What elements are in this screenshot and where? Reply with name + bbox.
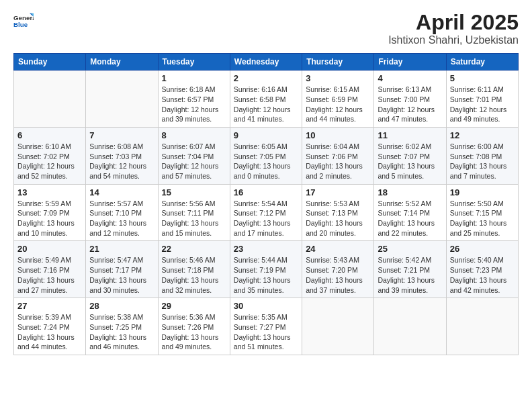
day-cell xyxy=(14,71,86,128)
week-row-4: 20Sunrise: 5:49 AM Sunset: 7:16 PM Dayli… xyxy=(14,241,519,298)
title-block: April 2025 Ishtixon Shahri, Uzbekistan xyxy=(388,11,519,46)
day-info: Sunrise: 6:15 AM Sunset: 6:59 PM Dayligh… xyxy=(306,85,370,124)
day-number: 11 xyxy=(378,130,442,140)
logo: General Blue xyxy=(13,11,35,31)
logo-icon: General Blue xyxy=(13,11,34,31)
week-row-3: 13Sunrise: 5:59 AM Sunset: 7:09 PM Dayli… xyxy=(14,184,519,241)
day-number: 4 xyxy=(378,73,442,83)
th-saturday: Saturday xyxy=(446,54,518,71)
day-cell: 16Sunrise: 5:54 AM Sunset: 7:12 PM Dayli… xyxy=(230,184,302,241)
day-info: Sunrise: 5:50 AM Sunset: 7:15 PM Dayligh… xyxy=(450,199,515,238)
svg-text:Blue: Blue xyxy=(13,21,28,28)
day-cell: 13Sunrise: 5:59 AM Sunset: 7:09 PM Dayli… xyxy=(14,184,86,241)
day-cell: 12Sunrise: 6:00 AM Sunset: 7:08 PM Dayli… xyxy=(446,127,518,184)
day-cell xyxy=(86,71,158,128)
day-cell: 15Sunrise: 5:56 AM Sunset: 7:11 PM Dayli… xyxy=(158,184,230,241)
day-number: 13 xyxy=(17,187,82,197)
title-month: April 2025 xyxy=(388,11,519,34)
day-cell: 26Sunrise: 5:40 AM Sunset: 7:23 PM Dayli… xyxy=(446,241,518,298)
th-thursday: Thursday xyxy=(302,54,374,71)
week-row-5: 27Sunrise: 5:39 AM Sunset: 7:24 PM Dayli… xyxy=(14,298,519,355)
th-tuesday: Tuesday xyxy=(158,54,230,71)
day-info: Sunrise: 6:10 AM Sunset: 7:02 PM Dayligh… xyxy=(17,142,82,181)
day-cell: 22Sunrise: 5:46 AM Sunset: 7:18 PM Dayli… xyxy=(158,241,230,298)
day-number: 8 xyxy=(162,130,226,140)
day-number: 24 xyxy=(306,244,370,254)
day-number: 19 xyxy=(450,187,515,197)
day-info: Sunrise: 5:44 AM Sunset: 7:19 PM Dayligh… xyxy=(234,255,298,295)
day-info: Sunrise: 5:52 AM Sunset: 7:14 PM Dayligh… xyxy=(378,199,442,238)
day-cell xyxy=(302,298,374,355)
day-cell: 18Sunrise: 5:52 AM Sunset: 7:14 PM Dayli… xyxy=(374,184,446,241)
th-monday: Monday xyxy=(86,54,158,71)
page: General Blue April 2025 Ishtixon Shahri,… xyxy=(0,0,532,411)
day-number: 14 xyxy=(89,187,154,197)
day-info: Sunrise: 6:18 AM Sunset: 6:57 PM Dayligh… xyxy=(162,85,226,124)
day-info: Sunrise: 5:35 AM Sunset: 7:27 PM Dayligh… xyxy=(234,312,298,352)
day-info: Sunrise: 5:59 AM Sunset: 7:09 PM Dayligh… xyxy=(17,199,82,238)
week-row-2: 6Sunrise: 6:10 AM Sunset: 7:02 PM Daylig… xyxy=(14,127,519,184)
day-number: 26 xyxy=(450,244,515,254)
day-cell xyxy=(374,298,446,355)
day-info: Sunrise: 5:47 AM Sunset: 7:17 PM Dayligh… xyxy=(89,255,154,295)
day-cell: 24Sunrise: 5:43 AM Sunset: 7:20 PM Dayli… xyxy=(302,241,374,298)
day-cell: 29Sunrise: 5:36 AM Sunset: 7:26 PM Dayli… xyxy=(158,298,230,355)
day-number: 17 xyxy=(306,187,370,197)
day-number: 12 xyxy=(450,130,515,140)
day-info: Sunrise: 5:54 AM Sunset: 7:12 PM Dayligh… xyxy=(234,199,298,238)
day-number: 10 xyxy=(306,130,370,140)
th-wednesday: Wednesday xyxy=(230,54,302,71)
day-cell: 21Sunrise: 5:47 AM Sunset: 7:17 PM Dayli… xyxy=(86,241,158,298)
day-cell: 20Sunrise: 5:49 AM Sunset: 7:16 PM Dayli… xyxy=(14,241,86,298)
day-info: Sunrise: 5:39 AM Sunset: 7:24 PM Dayligh… xyxy=(17,312,82,352)
day-cell: 5Sunrise: 6:11 AM Sunset: 7:01 PM Daylig… xyxy=(446,71,518,128)
day-number: 21 xyxy=(89,244,154,254)
day-info: Sunrise: 5:36 AM Sunset: 7:26 PM Dayligh… xyxy=(162,312,226,352)
day-info: Sunrise: 5:40 AM Sunset: 7:23 PM Dayligh… xyxy=(450,255,515,295)
title-location: Ishtixon Shahri, Uzbekistan xyxy=(388,34,519,46)
week-row-1: 1Sunrise: 6:18 AM Sunset: 6:57 PM Daylig… xyxy=(14,71,519,128)
day-cell: 30Sunrise: 5:35 AM Sunset: 7:27 PM Dayli… xyxy=(230,298,302,355)
day-cell: 9Sunrise: 6:05 AM Sunset: 7:05 PM Daylig… xyxy=(230,127,302,184)
day-number: 30 xyxy=(234,301,298,311)
day-info: Sunrise: 6:04 AM Sunset: 7:06 PM Dayligh… xyxy=(306,142,370,181)
day-cell: 6Sunrise: 6:10 AM Sunset: 7:02 PM Daylig… xyxy=(14,127,86,184)
day-cell: 4Sunrise: 6:13 AM Sunset: 7:00 PM Daylig… xyxy=(374,71,446,128)
day-info: Sunrise: 6:13 AM Sunset: 7:00 PM Dayligh… xyxy=(378,85,442,124)
day-number: 9 xyxy=(234,130,298,140)
day-cell xyxy=(446,298,518,355)
day-info: Sunrise: 6:05 AM Sunset: 7:05 PM Dayligh… xyxy=(234,142,298,181)
day-cell: 19Sunrise: 5:50 AM Sunset: 7:15 PM Dayli… xyxy=(446,184,518,241)
day-number: 7 xyxy=(89,130,154,140)
day-cell: 17Sunrise: 5:53 AM Sunset: 7:13 PM Dayli… xyxy=(302,184,374,241)
day-info: Sunrise: 5:49 AM Sunset: 7:16 PM Dayligh… xyxy=(17,255,82,295)
day-cell: 11Sunrise: 6:02 AM Sunset: 7:07 PM Dayli… xyxy=(374,127,446,184)
day-number: 6 xyxy=(17,130,82,140)
svg-text:General: General xyxy=(13,14,34,21)
day-cell: 2Sunrise: 6:16 AM Sunset: 6:58 PM Daylig… xyxy=(230,71,302,128)
day-number: 27 xyxy=(17,301,82,311)
day-number: 23 xyxy=(234,244,298,254)
day-info: Sunrise: 6:00 AM Sunset: 7:08 PM Dayligh… xyxy=(450,142,515,181)
day-cell: 14Sunrise: 5:57 AM Sunset: 7:10 PM Dayli… xyxy=(86,184,158,241)
day-info: Sunrise: 5:42 AM Sunset: 7:21 PM Dayligh… xyxy=(378,255,442,295)
day-info: Sunrise: 5:56 AM Sunset: 7:11 PM Dayligh… xyxy=(162,199,226,238)
day-info: Sunrise: 5:46 AM Sunset: 7:18 PM Dayligh… xyxy=(162,255,226,295)
day-cell: 23Sunrise: 5:44 AM Sunset: 7:19 PM Dayli… xyxy=(230,241,302,298)
day-cell: 3Sunrise: 6:15 AM Sunset: 6:59 PM Daylig… xyxy=(302,71,374,128)
day-number: 29 xyxy=(162,301,226,311)
day-cell: 28Sunrise: 5:38 AM Sunset: 7:25 PM Dayli… xyxy=(86,298,158,355)
day-info: Sunrise: 6:07 AM Sunset: 7:04 PM Dayligh… xyxy=(162,142,226,181)
day-cell: 25Sunrise: 5:42 AM Sunset: 7:21 PM Dayli… xyxy=(374,241,446,298)
day-cell: 1Sunrise: 6:18 AM Sunset: 6:57 PM Daylig… xyxy=(158,71,230,128)
day-info: Sunrise: 5:57 AM Sunset: 7:10 PM Dayligh… xyxy=(89,199,154,238)
th-sunday: Sunday xyxy=(14,54,86,71)
day-cell: 7Sunrise: 6:08 AM Sunset: 7:03 PM Daylig… xyxy=(86,127,158,184)
day-info: Sunrise: 5:53 AM Sunset: 7:13 PM Dayligh… xyxy=(306,199,370,238)
day-number: 5 xyxy=(450,73,515,83)
day-number: 20 xyxy=(17,244,82,254)
day-info: Sunrise: 6:02 AM Sunset: 7:07 PM Dayligh… xyxy=(378,142,442,181)
day-number: 1 xyxy=(162,73,226,83)
day-number: 15 xyxy=(162,187,226,197)
calendar-table: Sunday Monday Tuesday Wednesday Thursday… xyxy=(13,53,519,355)
